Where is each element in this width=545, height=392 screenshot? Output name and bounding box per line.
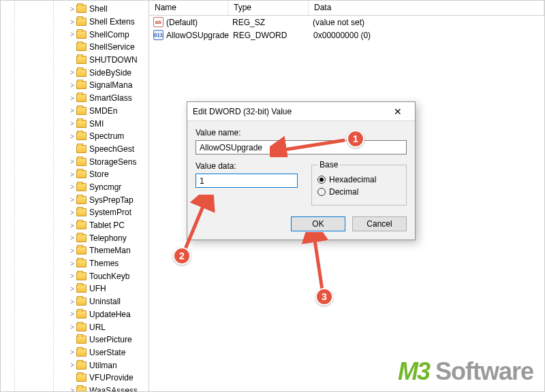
folder-icon: [76, 259, 87, 267]
folder-icon: [76, 361, 87, 370]
tree-item[interactable]: >ThemeMan: [1, 244, 149, 257]
tree-item-label: WaaSAssess: [89, 386, 138, 391]
chevron-icon: >: [69, 323, 76, 331]
folder-icon: [76, 69, 87, 77]
column-data[interactable]: Data: [309, 1, 544, 15]
column-name[interactable]: Name: [149, 1, 228, 15]
chevron-icon: >: [69, 247, 76, 255]
tree-item[interactable]: >SystemProt: [1, 206, 149, 219]
annotation-callout-1: 1: [347, 130, 364, 148]
value-name-label: Value name:: [196, 128, 407, 137]
tree-item-label: URL: [89, 323, 106, 332]
chevron-icon: >: [69, 183, 76, 191]
tree-item[interactable]: >UserState: [1, 346, 149, 359]
tree-item[interactable]: >WaaSAssess: [1, 385, 149, 391]
tree-item-label: ShellComp: [89, 30, 129, 39]
tree-item[interactable]: >StorageSens: [1, 155, 149, 168]
watermark-m3: M3: [398, 357, 429, 385]
folder-icon: [76, 221, 87, 229]
list-row[interactable]: 011AllowOSUpgradeREG_DWORD0x00000000 (0): [149, 29, 544, 42]
tree-item[interactable]: >Spectrum: [1, 130, 149, 143]
tree-item-label: VFUProvide: [89, 373, 134, 382]
list-header: Name Type Data: [149, 1, 544, 16]
tree-item-label: SMI: [89, 119, 104, 129]
ok-button[interactable]: OK: [291, 216, 345, 231]
value-data-input[interactable]: [196, 174, 298, 188]
tree-item-label: Telephony: [89, 233, 127, 243]
tree-item-label: SideBySide: [89, 68, 131, 78]
tree-item[interactable]: >SmartGlass: [1, 92, 149, 105]
value-data: (value not set): [309, 18, 544, 27]
radio-decimal[interactable]: Decimal: [317, 187, 401, 197]
tree-item[interactable]: >Shell: [1, 3, 149, 16]
folder-icon: [76, 272, 87, 280]
folder-icon: [76, 183, 87, 191]
tree-item-label: ShellService: [89, 42, 135, 52]
folder-icon: [76, 132, 87, 140]
tree-item-label: TouchKeyb: [89, 272, 129, 281]
folder-icon: [76, 170, 87, 178]
tree-item[interactable]: SHUTDOWN: [1, 54, 149, 67]
tree-item[interactable]: >URL: [1, 321, 149, 333]
chevron-icon: >: [69, 222, 76, 229]
folder-icon: [76, 81, 87, 89]
value-name-input[interactable]: [196, 140, 407, 154]
dialog-title-text: Edit DWORD (32-bit) Value: [193, 107, 292, 116]
tree-item[interactable]: >Store: [1, 168, 149, 181]
tree-item[interactable]: >TouchKeyb: [1, 270, 149, 282]
tree-item[interactable]: >Syncmgr: [1, 181, 149, 194]
folder-icon: [76, 120, 87, 128]
tree-item[interactable]: >SideBySide: [1, 66, 149, 79]
tree-item-label: SmartGlass: [89, 93, 132, 103]
tree-item[interactable]: >SMI: [1, 117, 149, 130]
chevron-icon: >: [69, 387, 76, 391]
tree-item[interactable]: >UpdateHea: [1, 308, 149, 321]
chevron-icon: >: [69, 209, 76, 216]
tree-item[interactable]: >SysPrepTap: [1, 193, 149, 206]
tree-item-label: SHUTDOWN: [89, 55, 138, 65]
tree-item[interactable]: >SignalMana: [1, 79, 149, 92]
chevron-icon: >: [69, 69, 76, 76]
chevron-icon: >: [69, 361, 76, 369]
column-type[interactable]: Type: [228, 1, 309, 15]
registry-tree[interactable]: >Shell>Shell Extens>ShellCompShellServic…: [1, 1, 149, 391]
tree-item[interactable]: >Tablet PC: [1, 219, 149, 232]
close-icon[interactable]: ✕: [386, 106, 409, 117]
value-data: 0x00000000 (0): [309, 31, 544, 40]
cancel-button[interactable]: Cancel: [352, 216, 407, 231]
tree-item[interactable]: >UFH: [1, 282, 149, 295]
tree-item-label: StorageSens: [89, 157, 136, 167]
tree-item-label: Shell: [89, 4, 108, 14]
radio-hexadecimal[interactable]: Hexadecimal: [317, 175, 401, 184]
chevron-icon: >: [69, 31, 76, 38]
tree-item[interactable]: >Themes: [1, 257, 149, 270]
tree-item[interactable]: >ShellComp: [1, 28, 149, 41]
folder-icon: [76, 297, 87, 306]
tree-item-label: Shell Extens: [89, 17, 135, 27]
chevron-icon: >: [69, 158, 76, 165]
tree-item[interactable]: ShellService: [1, 41, 149, 54]
tree-item[interactable]: >Shell Extens: [1, 16, 149, 29]
tree-item-label: Tablet PC: [89, 220, 125, 230]
dialog-titlebar[interactable]: Edit DWORD (32-bit) Value ✕: [187, 102, 415, 121]
tree-item[interactable]: >Utilman: [1, 359, 149, 372]
chevron-icon: >: [69, 133, 76, 140]
list-row[interactable]: ab(Default)REG_SZ(value not set): [149, 16, 544, 29]
tree-item[interactable]: UserPicture: [1, 333, 149, 346]
tree-item-label: Uninstall: [89, 297, 121, 306]
base-legend: Base: [317, 160, 340, 169]
tree-item[interactable]: >Telephony: [1, 231, 149, 244]
chevron-icon: >: [69, 82, 76, 89]
tree-item-label: Store: [89, 169, 109, 179]
annotation-callout-3: 3: [315, 288, 333, 306]
folder-icon: [76, 374, 87, 382]
tree-item[interactable]: >Uninstall: [1, 295, 149, 308]
watermark-rest: Software: [429, 357, 533, 385]
folder-icon: [76, 246, 87, 255]
tree-item[interactable]: SpeechGest: [1, 143, 149, 156]
chevron-icon: >: [69, 285, 76, 293]
tree-item-label: Themes: [89, 259, 119, 268]
tree-item[interactable]: >SMDEn: [1, 105, 149, 118]
tree-item[interactable]: VFUProvide: [1, 372, 149, 385]
folder-icon: [76, 5, 87, 13]
